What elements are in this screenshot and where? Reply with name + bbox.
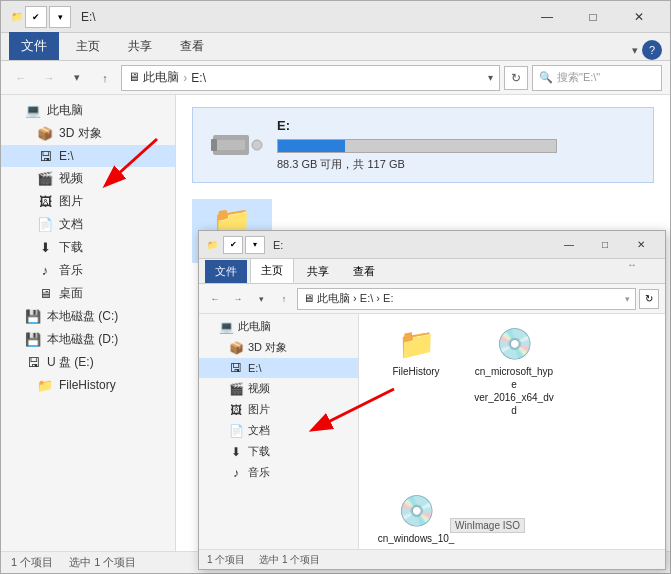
minimize-button[interactable]: —	[524, 1, 570, 33]
sidebar-item-pictures[interactable]: 🖼 图片	[1, 190, 175, 213]
inner-file-win10[interactable]: 💿 cn_windows_10_m...	[371, 489, 461, 549]
sidebar-item-desktop[interactable]: 🖥 桌面	[1, 282, 175, 305]
inner-sidebar-label-edrive: E:\	[248, 362, 261, 374]
svg-point-2	[252, 140, 262, 150]
inner-drop-btn[interactable]: ▾	[251, 289, 271, 309]
inner-maximize[interactable]: □	[587, 231, 623, 259]
sidebar-item-downloads[interactable]: ⬇ 下载	[1, 236, 175, 259]
outer-tab-view[interactable]: 查看	[167, 32, 217, 60]
inner-qa-save[interactable]: ✔	[223, 236, 243, 254]
search-box[interactable]: 🔍 搜索"E:\"	[532, 65, 662, 91]
inner-up-btn[interactable]: ↑	[274, 289, 294, 309]
sidebar-item-ddrive[interactable]: 💾 本地磁盘 (D:)	[1, 328, 175, 351]
inner-sidebar-computer[interactable]: 💻 此电脑	[199, 316, 358, 337]
breadcrumb: 🖥 此电脑 › E:\	[128, 69, 206, 86]
inner-qa: ✔ ▾	[223, 236, 265, 254]
dropdown-button[interactable]: ▾	[65, 66, 89, 90]
address-box[interactable]: 🖥 此电脑 › E:\ ▾	[121, 65, 500, 91]
inner-documents-icon: 📄	[229, 424, 243, 438]
inner-sidebar-3d[interactable]: 📦 3D 对象	[199, 337, 358, 358]
forward-button[interactable]: →	[37, 66, 61, 90]
sidebar-label-downloads: 下载	[59, 239, 83, 256]
inner-qa-drop[interactable]: ▾	[245, 236, 265, 254]
svg-rect-3	[217, 140, 245, 150]
svg-rect-1	[211, 139, 217, 151]
inner-refresh-btn[interactable]: ↻	[639, 289, 659, 309]
sidebar-label-ddrive: 本地磁盘 (D:)	[47, 331, 118, 348]
inner-sidebar-label-video: 视频	[248, 381, 270, 396]
inner-downloads-icon: ⬇	[229, 445, 243, 459]
qa-save-btn[interactable]: ✔	[25, 6, 47, 28]
up-button[interactable]: ↑	[93, 66, 117, 90]
title-bar-icons: 📁	[9, 9, 25, 25]
inner-edrive-icon: 🖫	[229, 361, 243, 375]
inner-content: 📁 FileHistory 💿 cn_microsoft_hypever_201…	[359, 314, 665, 549]
sidebar-item-computer[interactable]: 💻 此电脑	[1, 99, 175, 122]
inner-breadcrumb: 🖥 此电脑 › E:\ › E:	[303, 291, 393, 306]
inner-address-drop[interactable]: ▾	[625, 294, 630, 304]
inner-sidebar-label-downloads: 下载	[248, 444, 270, 459]
help-icon[interactable]: ?	[642, 40, 662, 60]
sidebar-label-pictures: 图片	[59, 193, 83, 210]
usb-drive-svg	[207, 127, 263, 163]
inner-status-count: 1 个项目	[207, 553, 245, 567]
inner-sidebar-music[interactable]: ♪ 音乐	[199, 462, 358, 483]
inner-sidebar-video[interactable]: 🎬 视频	[199, 378, 358, 399]
drive-bar-fill	[278, 140, 345, 152]
inner-sidebar-downloads[interactable]: ⬇ 下载	[199, 441, 358, 462]
inner-sidebar-documents[interactable]: 📄 文档	[199, 420, 358, 441]
outer-tab-file[interactable]: 文件	[9, 32, 59, 60]
outer-title-bar: 📁 ✔ ▾ E:\ — □ ✕	[1, 1, 670, 33]
filehistory-icon: 📁	[37, 377, 53, 393]
sidebar-item-edrive[interactable]: 🖫 E:\	[1, 145, 175, 167]
sidebar-label-documents: 文档	[59, 216, 83, 233]
computer-icon: 💻	[25, 103, 41, 119]
inner-sidebar-label-documents: 文档	[248, 423, 270, 438]
sidebar-item-cdrive[interactable]: 💾 本地磁盘 (C:)	[1, 305, 175, 328]
desktop-icon: 🖥	[37, 286, 53, 302]
inner-expand-icon: ↔	[627, 259, 637, 270]
inner-iso2-icon: 💿	[398, 493, 435, 528]
sidebar-item-music[interactable]: ♪ 音乐	[1, 259, 175, 282]
sidebar-label-cdrive: 本地磁盘 (C:)	[47, 308, 118, 325]
inner-forward-btn[interactable]: →	[228, 289, 248, 309]
inner-tab-share[interactable]: 共享	[296, 259, 340, 283]
qa-undo-btn[interactable]: ▾	[49, 6, 71, 28]
sidebar-item-usb[interactable]: 🖫 U 盘 (E:)	[1, 351, 175, 374]
outer-tab-share[interactable]: 共享	[115, 32, 165, 60]
inner-tab-home[interactable]: 主页	[250, 258, 294, 283]
address-dropdown-arrow[interactable]: ▾	[488, 72, 493, 83]
inner-close[interactable]: ✕	[623, 231, 659, 259]
music-icon: ♪	[37, 263, 53, 279]
inner-sidebar-edrive[interactable]: 🖫 E:\	[199, 358, 358, 378]
inner-back-btn[interactable]: ←	[205, 289, 225, 309]
inner-tab-file[interactable]: 文件	[205, 260, 247, 283]
refresh-button[interactable]: ↻	[504, 66, 528, 90]
ribbon-expand-icon[interactable]: ▾	[632, 44, 638, 57]
search-placeholder: 搜索"E:\"	[557, 70, 600, 85]
sidebar-item-video[interactable]: 🎬 视频	[1, 167, 175, 190]
usb-icon: 🖫	[25, 355, 41, 371]
cdrive-icon: 💾	[25, 309, 41, 325]
maximize-button[interactable]: □	[570, 1, 616, 33]
inner-address-box[interactable]: 🖥 此电脑 › E:\ › E: ▾	[297, 288, 636, 310]
sidebar-item-documents[interactable]: 📄 文档	[1, 213, 175, 236]
inner-status-selected: 选中 1 个项目	[259, 553, 320, 567]
sidebar-item-filehistory[interactable]: 📁 FileHistory	[1, 374, 175, 396]
inner-main-area: 💻 此电脑 📦 3D 对象 🖫 E:\ 🎬 视频 🖼 图片 📄 文档	[199, 314, 665, 549]
inner-sidebar-label-pictures: 图片	[248, 402, 270, 417]
title-path: E:\	[81, 10, 524, 24]
inner-sidebar: 💻 此电脑 📦 3D 对象 🖫 E:\ 🎬 视频 🖼 图片 📄 文档	[199, 314, 359, 549]
inner-minimize[interactable]: —	[551, 231, 587, 259]
outer-tab-home[interactable]: 主页	[63, 32, 113, 60]
sidebar-item-3d[interactable]: 📦 3D 对象	[1, 122, 175, 145]
downloads-icon: ⬇	[37, 240, 53, 256]
inner-file-hyperv[interactable]: 💿 cn_microsoft_hypever_2016_x64_dvd	[469, 322, 559, 421]
inner-sidebar-pictures[interactable]: 🖼 图片	[199, 399, 358, 420]
inner-ribbon-tabs: 文件 主页 共享 查看	[199, 259, 665, 284]
inner-tab-view[interactable]: 查看	[342, 259, 386, 283]
close-button[interactable]: ✕	[616, 1, 662, 33]
inner-file-filehistory[interactable]: 📁 FileHistory	[371, 322, 461, 421]
back-button[interactable]: ←	[9, 66, 33, 90]
pictures-icon: 🖼	[37, 194, 53, 210]
